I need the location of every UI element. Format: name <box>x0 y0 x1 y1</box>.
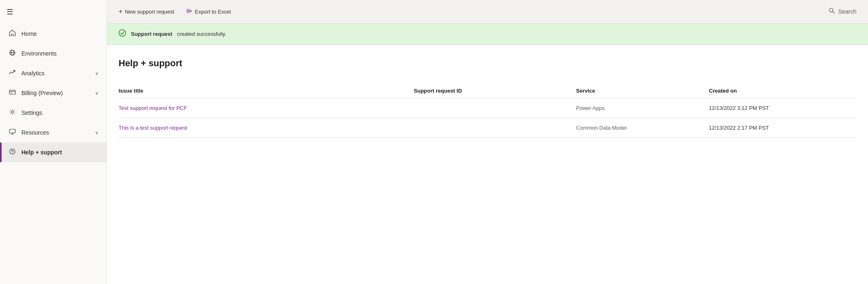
search-icon <box>828 7 835 16</box>
service-cell: Power Apps <box>576 98 709 118</box>
issue-title-link[interactable]: This is a test support request <box>119 125 187 131</box>
analytics-icon <box>8 69 16 77</box>
svg-point-11 <box>12 153 12 153</box>
col-header-service: Service <box>576 84 709 98</box>
sidebar-item-billing[interactable]: Billing (Preview) ∨ <box>0 83 107 103</box>
environments-icon <box>8 49 16 58</box>
sidebar-item-settings-label: Settings <box>21 109 98 116</box>
sidebar-item-environments[interactable]: Environments <box>0 44 107 63</box>
sidebar-item-home[interactable]: Home <box>0 24 107 44</box>
search-label: Search <box>838 8 856 15</box>
export-to-excel-label: Export to Excel <box>195 9 231 15</box>
col-header-issue-title: Issue title <box>119 84 414 98</box>
svg-point-18 <box>119 30 126 36</box>
svg-rect-7 <box>9 129 15 133</box>
table-row: This is a test support requestCommon Dat… <box>119 118 856 138</box>
table-row: Test support request for PCFPower Apps12… <box>119 98 856 118</box>
success-banner: Support request created successfully. <box>107 23 868 45</box>
sidebar-item-settings[interactable]: Settings <box>0 103 107 123</box>
success-message: Support request created successfully. <box>131 31 226 37</box>
support-table: Issue title Support request ID Service C… <box>119 84 856 138</box>
search-area[interactable]: Search <box>828 7 856 16</box>
sidebar-item-home-label: Home <box>21 30 98 37</box>
svg-line-17 <box>833 12 835 14</box>
success-check-icon <box>119 29 126 39</box>
page-content: Help + support Issue title Support reque… <box>107 45 868 284</box>
col-header-support-request-id: Support request ID <box>414 84 576 98</box>
billing-chevron-icon: ∨ <box>95 91 98 96</box>
settings-icon <box>8 109 16 117</box>
col-header-created-on: Created on <box>709 84 856 98</box>
sidebar-item-environments-label: Environments <box>21 50 98 57</box>
sidebar-item-help-support-label: Help + support <box>21 149 98 156</box>
sidebar-header: ☰ <box>0 0 107 24</box>
created-on-cell: 12/13/2022 3:12 PM PST <box>709 98 856 118</box>
sidebar-item-resources-label: Resources <box>21 129 90 136</box>
analytics-chevron-icon: ∨ <box>95 71 98 76</box>
resources-chevron-icon: ∨ <box>95 130 98 135</box>
success-rest-text: created successfully. <box>177 31 226 37</box>
sidebar-item-billing-label: Billing (Preview) <box>21 90 90 96</box>
sidebar-nav: Home Environments Analytics ∨ <box>0 24 107 284</box>
sidebar-item-analytics[interactable]: Analytics ∨ <box>0 63 107 83</box>
new-support-request-button[interactable]: + New support request <box>119 8 174 15</box>
support-request-id-cell <box>414 118 576 138</box>
sidebar-item-analytics-label: Analytics <box>21 70 90 77</box>
billing-icon <box>8 89 16 97</box>
success-bold-text: Support request <box>131 31 172 37</box>
help-support-icon <box>8 148 16 156</box>
sidebar-item-resources[interactable]: Resources ∨ <box>0 123 107 142</box>
service-cell: Common Data Model <box>576 118 709 138</box>
created-on-cell: 12/13/2022 2:17 PM PST <box>709 118 856 138</box>
plus-icon: + <box>119 8 122 15</box>
page-title: Help + support <box>119 58 856 69</box>
toolbar: + New support request Export to Excel <box>107 0 868 23</box>
new-support-request-label: New support request <box>125 9 174 15</box>
svg-rect-3 <box>9 90 15 94</box>
excel-icon <box>186 8 192 16</box>
resources-icon <box>8 128 16 137</box>
export-to-excel-button[interactable]: Export to Excel <box>186 8 231 16</box>
svg-point-6 <box>12 111 14 113</box>
main-content: + New support request Export to Excel <box>107 0 868 284</box>
hamburger-menu-icon[interactable]: ☰ <box>7 7 13 16</box>
sidebar: ☰ Home Environments <box>0 0 107 284</box>
sidebar-item-help-support[interactable]: Help + support <box>0 142 107 162</box>
issue-title-link[interactable]: Test support request for PCF <box>119 105 187 111</box>
home-icon <box>8 30 16 38</box>
support-request-id-cell <box>414 98 576 118</box>
